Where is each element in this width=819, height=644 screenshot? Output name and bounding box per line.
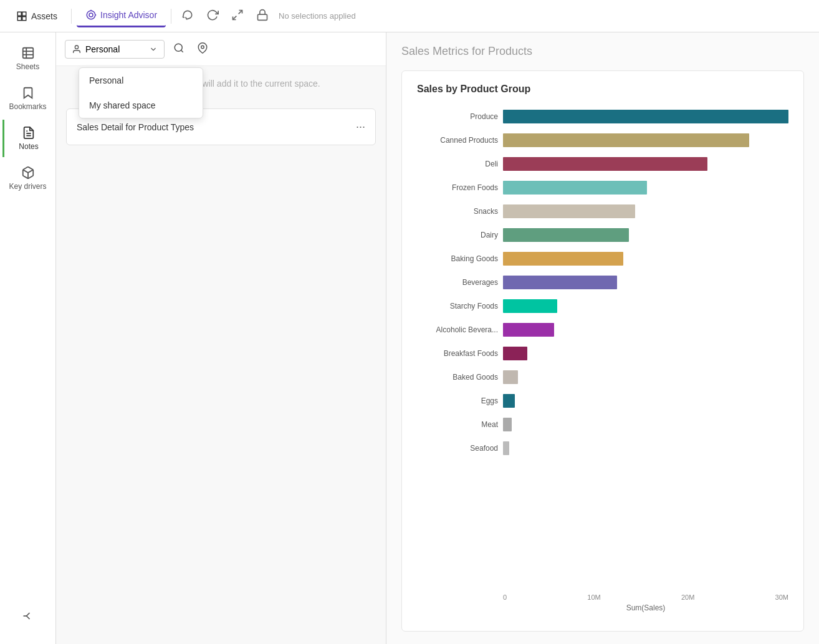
- key-drivers-icon: [21, 166, 35, 180]
- notes-label: Notes: [19, 142, 38, 151]
- bookmarks-label: Bookmarks: [9, 102, 46, 111]
- bar-track: [503, 441, 788, 455]
- bar-row: Dairy: [417, 223, 788, 247]
- bar-row: Beverages: [417, 271, 788, 294]
- bar-label: Baked Goods: [417, 373, 498, 382]
- bar-track: [503, 133, 788, 147]
- middle-panel: Personal Personal: [56, 32, 386, 644]
- note-more-button[interactable]: ···: [356, 120, 365, 133]
- nav-divider: [71, 9, 72, 24]
- svg-point-19: [75, 46, 78, 49]
- svg-point-22: [201, 46, 204, 49]
- bar-fill: [503, 157, 707, 171]
- bar-chart: ProduceCanned ProductsDeliFrozen FoodsSn…: [417, 105, 788, 590]
- bar-track: [503, 228, 788, 242]
- bar-label: Starchy Foods: [417, 302, 498, 310]
- refresh-button[interactable]: [201, 4, 224, 28]
- svg-line-21: [181, 50, 183, 52]
- svg-line-8: [239, 11, 242, 14]
- bar-label: Produce: [417, 112, 498, 121]
- sidebar-item-key-drivers[interactable]: Key drivers: [3, 160, 53, 197]
- bar-track: [503, 110, 788, 123]
- lock-button[interactable]: [251, 4, 274, 28]
- sidebar-item-bookmarks[interactable]: Bookmarks: [3, 80, 53, 117]
- bar-label: Dairy: [417, 231, 498, 239]
- svg-rect-11: [22, 48, 33, 59]
- insight-advisor-label: Insight Advisor: [100, 10, 157, 20]
- bar-label: Seafood: [417, 444, 498, 453]
- no-selections-label: No selections applied: [279, 11, 356, 21]
- bar-fill: [503, 347, 527, 360]
- refresh-icon: [206, 9, 219, 21]
- panel-header: Personal: [56, 32, 386, 66]
- bar-row: Starchy Foods: [417, 294, 788, 318]
- notes-icon: [22, 126, 36, 140]
- dropdown-item-shared[interactable]: My shared space: [79, 93, 203, 118]
- space-selector-label: Personal: [85, 44, 120, 54]
- person-icon: [72, 44, 82, 54]
- svg-rect-0: [17, 12, 21, 16]
- search-icon: [173, 42, 184, 54]
- sidebar-item-notes[interactable]: Notes: [2, 120, 52, 157]
- x-axis-tick: 0: [503, 594, 507, 601]
- sidebar-item-sheets[interactable]: Sheets: [3, 40, 53, 77]
- bar-label: Breakfast Foods: [417, 349, 498, 358]
- search-button[interactable]: [170, 39, 188, 59]
- x-axis-tick: 30M: [775, 594, 788, 601]
- bar-row: Deli: [417, 152, 788, 176]
- chart-container: Sales by Product Group ProduceCanned Pro…: [401, 70, 804, 632]
- bar-track: [503, 347, 788, 360]
- bar-row: Breakfast Foods: [417, 342, 788, 365]
- bar-row: Meat: [417, 413, 788, 436]
- bar-fill: [503, 181, 647, 195]
- lasso-select-button[interactable]: [176, 4, 199, 28]
- lasso-icon: [181, 9, 194, 21]
- svg-rect-1: [22, 12, 26, 16]
- pin-button[interactable]: [193, 39, 212, 59]
- bar-row: Alcoholic Bevera...: [417, 318, 788, 342]
- bar-track: [503, 276, 788, 289]
- bar-fill: [503, 394, 515, 408]
- bar-track: [503, 299, 788, 313]
- bar-track: [503, 394, 788, 408]
- bar-row: Seafood: [417, 436, 788, 460]
- bar-fill: [503, 204, 635, 218]
- svg-rect-3: [22, 16, 26, 20]
- svg-point-20: [175, 44, 182, 51]
- expand-button[interactable]: [226, 4, 249, 28]
- bar-label: Frozen Foods: [417, 183, 498, 192]
- bar-label: Deli: [417, 160, 498, 168]
- more-icon: ···: [356, 120, 365, 133]
- bar-label: Meat: [417, 420, 498, 429]
- space-selector[interactable]: Personal: [65, 40, 165, 59]
- top-nav: Assets Insight Advisor: [0, 0, 819, 32]
- bar-fill: [503, 133, 749, 147]
- bar-fill: [503, 441, 509, 455]
- bar-fill: [503, 228, 629, 242]
- assets-button[interactable]: Assets: [7, 6, 66, 27]
- bar-fill: [503, 276, 617, 289]
- bar-track: [503, 157, 788, 171]
- bookmarks-icon: [21, 86, 35, 100]
- collapse-button[interactable]: [17, 605, 39, 629]
- bar-track: [503, 370, 788, 384]
- x-axis-tick: 20M: [681, 594, 694, 601]
- space-dropdown: Personal My shared space: [79, 67, 203, 118]
- pin-icon: [197, 42, 208, 54]
- note-title: Sales Detail for Product Types: [77, 122, 194, 132]
- bar-fill: [503, 418, 512, 431]
- key-drivers-label: Key drivers: [9, 182, 46, 191]
- dropdown-item-personal[interactable]: Personal: [79, 68, 203, 93]
- svg-line-9: [233, 16, 237, 20]
- insight-advisor-button[interactable]: Insight Advisor: [77, 4, 166, 27]
- bar-row: Produce: [417, 105, 788, 128]
- bar-row: Baking Goods: [417, 247, 788, 271]
- svg-point-5: [89, 13, 93, 17]
- bar-label: Alcoholic Bevera...: [417, 325, 498, 334]
- svg-rect-2: [17, 16, 21, 20]
- chevron-down-icon: [149, 45, 158, 54]
- bar-label: Eggs: [417, 396, 498, 405]
- chart-heading: Sales by Product Group: [417, 84, 788, 95]
- lock-icon: [256, 9, 269, 21]
- bar-track: [503, 323, 788, 337]
